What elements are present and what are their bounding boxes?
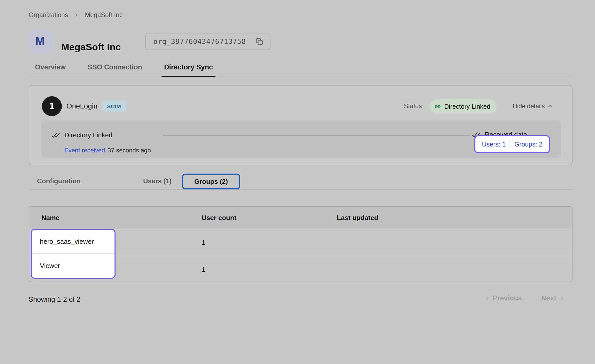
copy-button[interactable] — [255, 37, 264, 46]
pagination: Previous Next — [483, 294, 567, 302]
group-name-cell: Viewer — [32, 253, 115, 278]
copy-icon — [255, 37, 264, 46]
event-received-time: 37 seconds ago — [108, 147, 151, 154]
org-avatar-initial: M — [35, 35, 45, 47]
subtab-configuration[interactable]: Configuration — [37, 173, 81, 189]
org-id-value: org_39776043476713758 — [153, 38, 246, 45]
status-badge-text: Directory Linked — [444, 103, 490, 110]
table-header-row: Name User count Last updated — [29, 207, 572, 229]
cell-user-count: 1 — [202, 266, 337, 274]
tab-directory-sync[interactable]: Directory Sync — [164, 59, 213, 77]
directory-step-number: 1 — [42, 96, 62, 116]
subtab-groups-highlight-box[interactable]: Groups (2) — [182, 174, 240, 189]
directory-sync-page: Organizations MegaSoft Inc M MegaSoft In… — [0, 0, 595, 364]
groups-count-link[interactable]: Groups: 2 — [514, 141, 543, 148]
link-icon — [434, 103, 441, 110]
pagination-summary: Showing 1-2 of 2 — [29, 296, 81, 304]
double-check-icon — [51, 132, 60, 139]
breadcrumb: Organizations MegaSoft Inc — [29, 11, 123, 19]
timeline-step-directory-linked: Directory Linked — [51, 131, 112, 139]
groups-table-wrap: Name User count Last updated 1 1 hero_sa… — [29, 206, 573, 282]
group-name-cell: hero_saas_viewer — [32, 230, 115, 253]
cell-user-count: 1 — [202, 239, 337, 247]
timeline-step-title: Directory Linked — [64, 131, 112, 139]
users-count-link[interactable]: Users: 1 — [482, 141, 506, 148]
breadcrumb-current-org: MegaSoft Inc — [85, 11, 122, 19]
status-badge: Directory Linked — [429, 99, 497, 114]
page-title: MegaSoft Inc — [61, 41, 121, 53]
column-header-last-updated: Last updated — [337, 214, 572, 222]
sync-sub-tabs: Configuration Users (1) Groups (2) — [29, 173, 573, 190]
org-avatar: M — [28, 29, 52, 53]
subtab-groups[interactable]: Groups (2) — [194, 178, 228, 186]
hide-details-button[interactable]: Hide details — [511, 102, 555, 110]
org-tabs: Overview SSO Connection Directory Sync — [29, 59, 573, 77]
next-label: Next — [541, 294, 556, 302]
event-received-line: Event received 37 seconds ago — [64, 147, 151, 154]
sync-timeline-panel: Directory Linked Event received 37 secon… — [41, 120, 561, 158]
tab-overview[interactable]: Overview — [35, 59, 66, 77]
previous-button[interactable]: Previous — [483, 294, 523, 302]
org-id-chip[interactable]: org_39776043476713758 — [145, 33, 270, 50]
directory-provider-name: OneLogin — [66, 101, 97, 111]
protocol-badge: SCIM — [102, 101, 126, 112]
previous-label: Previous — [493, 294, 522, 302]
chevron-right-icon — [74, 12, 79, 18]
hide-details-label: Hide details — [513, 103, 545, 110]
breadcrumb-organizations[interactable]: Organizations — [29, 11, 68, 19]
received-counts-highlight-box: Users: 1 Groups: 2 — [474, 135, 550, 153]
timeline-connector-line — [163, 135, 470, 136]
counts-divider — [510, 140, 510, 148]
status-label: Status — [404, 102, 422, 110]
column-header-user-count: User count — [202, 214, 337, 222]
group-names-highlight-box: hero_saas_viewer Viewer — [31, 229, 116, 279]
column-header-name: Name — [29, 214, 202, 222]
next-button[interactable]: Next — [540, 294, 567, 302]
chevron-right-icon — [559, 295, 565, 301]
step-number-text: 1 — [49, 101, 54, 112]
chevron-left-icon — [484, 295, 490, 301]
subtab-users[interactable]: Users (1) — [143, 173, 171, 189]
tab-sso-connection[interactable]: SSO Connection — [88, 59, 142, 77]
event-received-link[interactable]: Event received — [64, 147, 105, 154]
directory-sync-card: 1 OneLogin SCIM Status Directory Linked … — [29, 85, 573, 165]
chevron-up-icon — [547, 103, 553, 109]
